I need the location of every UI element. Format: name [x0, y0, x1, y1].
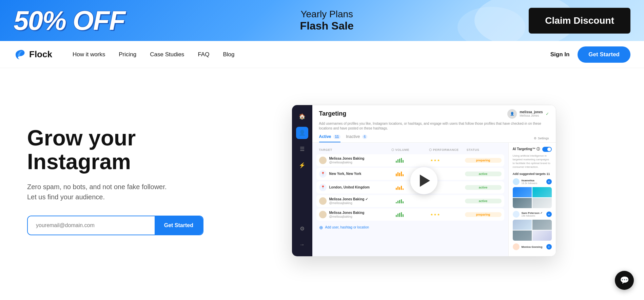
- banner-left: 50% OFF: [14, 7, 125, 34]
- table-row: Melissa Jones Baking @melissajbaking: [316, 154, 504, 166]
- settings-link[interactable]: ⚙ Settings: [534, 137, 549, 140]
- suggested-followers: 18.2k followers: [522, 182, 544, 184]
- volume-bars: [396, 158, 428, 163]
- targeting-title: Targeting: [319, 110, 347, 117]
- target-name: London, United Kingdom: [329, 185, 393, 189]
- sug-img-2: [532, 187, 552, 197]
- sug-img-5: [513, 220, 532, 230]
- active-count: 11: [333, 135, 340, 139]
- sug-img-3: [513, 198, 532, 208]
- nav-blog[interactable]: Blog: [223, 51, 234, 58]
- chat-icon: 💬: [620, 276, 629, 285]
- nav-links: How it works Pricing Case Studies FAQ Bl…: [73, 51, 550, 58]
- discount-text: 50% OFF: [14, 7, 125, 34]
- status-badge: preparing: [465, 158, 502, 163]
- hero-section: Grow your Instagram Zero spam, no bots, …: [0, 68, 644, 293]
- nav-how-it-works[interactable]: How it works: [73, 51, 105, 58]
- target-name: Melissa Jones Baking @melissajbaking: [329, 157, 393, 164]
- status-badge: preparing: [465, 212, 502, 217]
- target-avatar: 📍: [319, 184, 327, 191]
- targets-panel: TARGET ⬡ VOLUME ⬡ PERFORMANCE STATUS Mel…: [312, 143, 508, 257]
- col-volume-header: ⬡ VOLUME: [391, 148, 426, 152]
- play-button[interactable]: [410, 167, 437, 194]
- email-input[interactable]: [28, 216, 155, 235]
- get-started-nav-button[interactable]: Get Started: [578, 46, 630, 63]
- status-badge: active: [465, 185, 502, 190]
- logo-text: Flock: [29, 49, 52, 60]
- user-sub: Melissa Jones: [520, 114, 543, 117]
- add-target-button[interactable]: ⊕ Add user, hashtag or location: [316, 222, 504, 233]
- nav-case-studies[interactable]: Case Studies: [150, 51, 184, 58]
- table-row: Melissa Jones Baking @melissajbaking: [316, 208, 504, 221]
- ai-title: AI Targeting™ ⓘ: [513, 147, 540, 152]
- volume-bars: [396, 212, 428, 217]
- target-name: Melissa Jones Baking ✓ @melissajbaking: [329, 197, 393, 205]
- app-sidebar: 🏠 👤 ☰ ⚡ ⚙ →: [292, 105, 312, 257]
- suggested-images: [513, 187, 552, 208]
- claim-discount-button[interactable]: Claim Discount: [529, 8, 630, 34]
- ai-targeting-header: AI Targeting™ ⓘ: [513, 147, 552, 152]
- suggested-avatar: [513, 178, 520, 185]
- get-started-form-button[interactable]: Get Started: [155, 216, 203, 235]
- suggested-avatar: [513, 243, 520, 250]
- col-perf-header: ⬡ PERFORMANCE: [429, 148, 464, 152]
- chat-bubble[interactable]: 💬: [615, 271, 634, 290]
- hero-title: Grow your Instagram: [27, 126, 203, 174]
- suggested-info: Monica Goesing: [522, 245, 544, 248]
- user-name: melissa_jones: [520, 110, 543, 114]
- sug-img-8: [532, 231, 552, 241]
- ai-panel: AI Targeting™ ⓘ Using artificial intelli…: [508, 143, 556, 257]
- add-suggested-button[interactable]: +: [546, 244, 552, 249]
- target-avatar: [319, 157, 327, 164]
- sign-in-button[interactable]: Sign In: [550, 51, 570, 58]
- tab-inactive[interactable]: Inactive 6: [346, 134, 367, 142]
- suggested-user: Monica Goesing +: [513, 243, 552, 250]
- hero-subtitle: Zero spam, no bots, and not one fake fol…: [27, 182, 203, 202]
- app-content-header: Targeting 👤 melissa_jones Melissa Jones …: [312, 105, 556, 143]
- col-target-header: TARGET: [319, 148, 389, 152]
- sidebar-targeting-icon[interactable]: 👤: [296, 127, 308, 139]
- sidebar-activity-icon[interactable]: ⚡: [296, 159, 308, 172]
- ai-toggle[interactable]: [542, 147, 552, 152]
- logo[interactable]: Flock: [14, 48, 52, 61]
- target-name: Melissa Jones Baking @melissajbaking: [329, 211, 393, 218]
- yearly-plans-label: Yearly Plans: [300, 9, 354, 20]
- nav-pricing[interactable]: Pricing: [119, 51, 136, 58]
- play-triangle-icon: [420, 175, 430, 187]
- target-name: New York, New York: [329, 172, 393, 176]
- sidebar-home-icon[interactable]: 🏠: [296, 111, 308, 123]
- app-tabs: Active 11 Inactive 6 ⚙ Settings: [319, 134, 549, 142]
- target-avatar: [319, 211, 327, 218]
- main-nav: Flock How it works Pricing Case Studies …: [0, 41, 644, 68]
- flash-sale-banner: 50% OFF Yearly Plans Flash Sale Claim Di…: [0, 0, 644, 41]
- table-row: Melissa Jones Baking ✓ @melissajbaking: [316, 195, 504, 207]
- nav-right: Sign In Get Started: [550, 46, 630, 63]
- suggested-info: lisamelisa 18.2k followers: [522, 179, 544, 184]
- app-body: TARGET ⬡ VOLUME ⬡ PERFORMANCE STATUS Mel…: [312, 143, 556, 257]
- suggested-name: Monica Goesing: [522, 245, 544, 248]
- volume-bars: [396, 199, 428, 203]
- suggested-user: Sam Peterson ✓ 15k followers +: [513, 211, 552, 218]
- suggested-followers: 15k followers: [522, 215, 544, 217]
- sidebar-logout-icon[interactable]: →: [296, 239, 308, 251]
- hero-right: 🏠 👤 ☰ ⚡ ⚙ → Targeting 👤 mel: [217, 96, 630, 265]
- sidebar-settings-icon[interactable]: ⚙: [296, 222, 308, 235]
- target-avatar: 📍: [319, 170, 327, 178]
- col-status-header: STATUS: [467, 148, 502, 152]
- suggested-images-2: [513, 220, 552, 241]
- sidebar-list-icon[interactable]: ☰: [296, 143, 308, 155]
- suggested-user: lisamelisa 18.2k followers +: [513, 178, 552, 185]
- email-form: Get Started: [27, 216, 203, 235]
- suggested-title: Add suggested targets 11: [513, 172, 552, 176]
- add-suggested-button[interactable]: +: [546, 212, 552, 217]
- hero-left: Grow your Instagram Zero spam, no bots, …: [27, 126, 203, 236]
- star-rating: ★ ★ ★: [430, 213, 462, 216]
- status-badge: active: [465, 172, 502, 176]
- nav-faq[interactable]: FAQ: [198, 51, 209, 58]
- add-suggested-button[interactable]: +: [546, 179, 552, 184]
- tab-active[interactable]: Active 11: [319, 134, 340, 142]
- flock-logo-icon: [14, 48, 26, 61]
- suggested-name: Sam Peterson ✓: [522, 212, 544, 215]
- sug-img-4: [532, 198, 552, 208]
- user-avatar: 👤: [507, 109, 517, 119]
